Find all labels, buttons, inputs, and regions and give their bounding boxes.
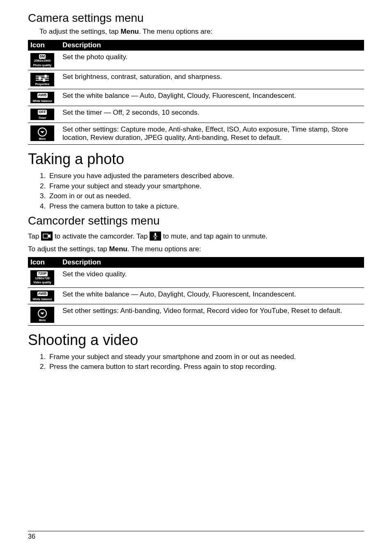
table-row: OFF Timer Set the timer — Off, 2 seconds… — [28, 106, 364, 123]
icon-label: White balance — [31, 298, 53, 301]
th-icon: Icon — [28, 40, 60, 51]
cell-description: Set brightness, contrast, saturation, an… — [60, 70, 364, 89]
icon-chip: AWB — [37, 292, 48, 296]
cell-description: Set the video quality. — [60, 268, 364, 287]
text: Tap — [28, 232, 41, 240]
th-icon: Icon — [28, 257, 60, 268]
white-balance-icon: AWB White balance — [30, 92, 54, 103]
svg-rect-7 — [43, 234, 48, 238]
icon-label: More — [31, 319, 53, 322]
menu-label: Menu — [121, 28, 139, 35]
shooting-video-steps: Frame your subject and steady your smart… — [48, 352, 364, 372]
camcorder-icon — [41, 232, 53, 241]
th-description: Description — [60, 257, 364, 268]
icon-sub: 1280x720 — [31, 277, 53, 280]
table-row: AWB White balance Set the white balance … — [28, 287, 364, 304]
camera-settings-table: Icon Description 5M 2592x1944 Photo qual… — [28, 40, 364, 145]
more-icon: More — [30, 307, 54, 322]
cell-description: Set the photo quality. — [60, 51, 364, 70]
list-item: Zoom in or out as needed. — [48, 191, 364, 202]
camcorder-settings-table: Icon Description 720P 1280x720 Video qua… — [28, 257, 364, 325]
icon-label: White balance — [31, 100, 53, 102]
cell-description: Set the timer — Off, 2 seconds, 10 secon… — [60, 106, 364, 123]
icon-chip: AWB — [37, 93, 48, 97]
icon-sub: 2592x1944 — [31, 59, 53, 63]
cell-description: Set other settings: Capture mode, Anti-s… — [60, 123, 364, 145]
timer-icon: OFF Timer — [30, 109, 54, 120]
icon-chip: OFF — [38, 110, 47, 114]
table-row: More Set other settings: Capture mode, A… — [28, 123, 364, 145]
svg-point-3 — [39, 77, 41, 79]
menu-label: Menu — [109, 245, 127, 253]
cell-description: Set the white balance — Auto, Daylight, … — [60, 89, 364, 106]
taking-photo-heading: Taking a photo — [28, 151, 364, 168]
camcorder-activate-line: Tap to activate the camcorder. Tap to mu… — [28, 232, 364, 241]
table-header-row: Icon Description — [28, 257, 364, 268]
table-row: 720P 1280x720 Video quality Set the vide… — [28, 268, 364, 287]
video-quality-icon: 720P 1280x720 Video quality — [30, 270, 54, 285]
taking-photo-steps: Ensure you have adjusted the parameters … — [48, 171, 364, 212]
svg-point-5 — [43, 79, 45, 81]
icon-label: More — [31, 137, 53, 140]
camera-settings-intro: To adjust the settings, tap Menu. The me… — [39, 27, 364, 37]
intro-text-post: . The menu options are: — [127, 245, 201, 253]
cell-description: Set the white balance — Auto, Daylight, … — [60, 287, 364, 304]
table-row: Properties Set brightness, contrast, sat… — [28, 70, 364, 89]
cell-description: Set other settings: Anti-banding, Video … — [60, 304, 364, 325]
icon-chip: 5M — [39, 54, 46, 59]
intro-text: To adjust the settings, tap — [39, 28, 121, 35]
table-row: 5M 2592x1944 Photo quality Set the photo… — [28, 51, 364, 70]
list-item: Press the camera button to start recordi… — [48, 362, 364, 372]
text: to mute, and tap again to unmute. — [163, 232, 267, 240]
list-item: Frame your subject and steady your smart… — [48, 181, 364, 192]
intro-text-post: . The menu options are: — [139, 28, 212, 35]
list-item: Press the camera button to take a pictur… — [48, 202, 364, 212]
icon-label: Video quality — [31, 281, 53, 284]
icon-label: Properties — [31, 83, 53, 86]
list-item: Frame your subject and steady your smart… — [48, 352, 364, 362]
page-footer: 36 — [28, 531, 364, 540]
photo-quality-icon: 5M 2592x1944 Photo quality — [30, 53, 54, 67]
camcorder-settings-intro: To adjust the settings, tap Menu. The me… — [28, 245, 364, 254]
list-item: Ensure you have adjusted the parameters … — [48, 171, 364, 181]
table-row: More Set other settings: Anti-banding, V… — [28, 304, 364, 325]
microphone-icon — [150, 232, 161, 241]
svg-rect-8 — [154, 233, 156, 236]
shooting-video-heading: Shooting a video — [28, 331, 364, 349]
more-icon: More — [30, 125, 54, 141]
table-header-row: Icon Description — [28, 40, 364, 51]
page-number: 36 — [28, 533, 35, 540]
white-balance-icon: AWB White balance — [30, 290, 54, 302]
camcorder-settings-heading: Camcorder settings menu — [28, 214, 364, 227]
icon-label: Timer — [31, 116, 53, 119]
camera-settings-heading: Camera settings menu — [28, 12, 364, 25]
icon-label: Photo quality — [31, 64, 53, 67]
properties-icon: Properties — [30, 73, 54, 86]
intro-text: To adjust the settings, tap — [28, 245, 109, 253]
th-description: Description — [60, 40, 364, 51]
icon-chip: 720P — [37, 271, 47, 276]
table-row: AWB White balance Set the white balance … — [28, 89, 364, 106]
svg-point-1 — [45, 75, 47, 77]
text: to activate the camcorder. Tap — [55, 232, 150, 240]
